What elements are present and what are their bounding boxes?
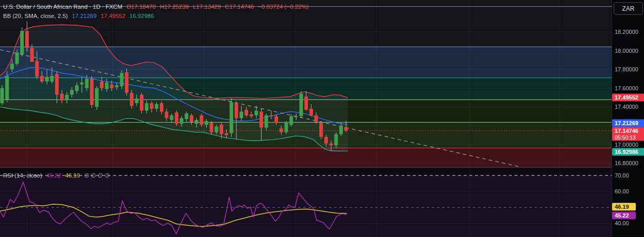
candle xyxy=(95,88,99,107)
ohlc-high: H17.25239 xyxy=(160,4,189,10)
candle xyxy=(210,123,213,132)
candle xyxy=(35,61,39,77)
bollinger-label: BB (20, SMA, close, 2.5) xyxy=(3,13,68,19)
candle xyxy=(240,112,243,118)
candle xyxy=(304,96,308,110)
candle xyxy=(265,115,268,128)
candle xyxy=(85,79,88,88)
candle xyxy=(250,114,253,116)
candle xyxy=(339,126,343,134)
candle xyxy=(1,88,4,103)
price-change: −0.03724 (−0.22%) xyxy=(258,4,308,10)
candle xyxy=(180,118,183,124)
candle xyxy=(100,82,104,88)
candle xyxy=(225,133,228,135)
currency-scale-button[interactable]: ZAR xyxy=(614,2,643,15)
candle xyxy=(125,72,128,93)
candle xyxy=(284,122,288,132)
candle xyxy=(245,110,248,115)
bollinger-upper-value: 17.49552 xyxy=(101,13,125,19)
candle xyxy=(309,109,313,115)
candle xyxy=(70,90,73,94)
candle xyxy=(25,31,29,48)
ohlc-low: L17.13429 xyxy=(193,4,220,10)
candle xyxy=(140,95,143,111)
ohlc-close: C17.14746 xyxy=(225,4,254,10)
candle xyxy=(289,116,293,125)
candle xyxy=(110,85,114,88)
candle xyxy=(30,48,34,62)
candle xyxy=(5,76,9,100)
bollinger-basis-value: 17.21269 xyxy=(72,13,97,19)
candle xyxy=(75,85,79,91)
candle xyxy=(130,93,134,106)
rsi-indicator-row[interactable]: RSI (14, close) 45.22 46.19 ∅ ∅ ∅ ∅ xyxy=(3,172,109,179)
candle xyxy=(80,83,84,85)
candle xyxy=(319,123,323,137)
candle xyxy=(45,77,49,82)
candle xyxy=(300,94,303,116)
candle xyxy=(40,76,44,82)
candle xyxy=(324,137,328,144)
candle xyxy=(105,83,108,89)
candle xyxy=(50,76,54,82)
candle xyxy=(315,115,318,122)
candle xyxy=(205,121,208,125)
candle xyxy=(219,125,223,134)
candle xyxy=(334,134,338,145)
candle xyxy=(195,120,198,124)
trading-chart-window: 18.2000018.0000017.8000017.6000017.40000… xyxy=(0,0,644,237)
candle xyxy=(190,115,193,122)
ohlc-open: O17.18470 xyxy=(126,4,156,10)
candle xyxy=(215,127,218,132)
rsi-empty-values: ∅ ∅ ∅ ∅ xyxy=(84,172,110,179)
candle xyxy=(135,98,138,103)
rsi-value: 45.22 xyxy=(46,172,61,179)
candle xyxy=(234,103,238,118)
candle xyxy=(65,95,69,101)
candle xyxy=(329,144,333,146)
candle xyxy=(269,115,273,116)
candle xyxy=(295,116,298,117)
chart-canvas[interactable]: 18.2000018.0000017.8000017.6000017.40000… xyxy=(0,0,644,237)
candle xyxy=(254,111,258,115)
candle xyxy=(274,116,278,123)
symbol-header-row[interactable]: U.S. Dollar / South African Rand · 1D · … xyxy=(3,4,308,10)
candle xyxy=(170,115,173,120)
rsi-ma-value: 46.19 xyxy=(65,172,80,179)
candle xyxy=(115,85,119,87)
candle xyxy=(344,127,348,131)
candle xyxy=(150,103,154,109)
candle xyxy=(230,102,233,133)
candle xyxy=(155,104,158,109)
symbol-title: U.S. Dollar / South African Rand · 1D · … xyxy=(3,4,122,10)
candle xyxy=(165,112,169,118)
candle xyxy=(260,112,263,128)
candle xyxy=(145,103,149,111)
price-scale[interactable] xyxy=(612,15,644,237)
candle xyxy=(120,73,123,87)
candle xyxy=(10,64,14,69)
candle xyxy=(60,94,64,101)
rsi-label: RSI (14, close) xyxy=(3,172,42,179)
bollinger-lower-value: 16.92986 xyxy=(130,13,154,19)
candle xyxy=(55,74,59,94)
candle xyxy=(160,103,163,112)
candle xyxy=(15,52,19,64)
candle xyxy=(175,112,178,124)
candle xyxy=(200,115,204,125)
candle xyxy=(185,113,188,119)
candle xyxy=(90,79,94,105)
candle xyxy=(280,128,283,132)
bollinger-indicator-row[interactable]: BB (20, SMA, close, 2.5) 17.21269 17.495… xyxy=(3,13,154,19)
candle xyxy=(20,31,24,54)
